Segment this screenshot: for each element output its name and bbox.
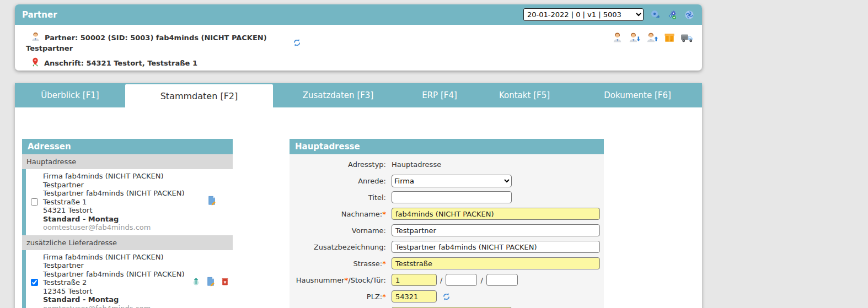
address-name1: Firma fab4minds (NICHT PACKEN)	[43, 172, 233, 181]
tab-bar: Überblick [F1] Stammdaten [F2] Zusatzdat…	[15, 83, 702, 107]
app-viewport: Partner 20-01-2022 | 0 | v1 | 5003	[0, 0, 868, 308]
address-name2: Testpartner	[43, 261, 233, 270]
sync-ball-icon[interactable]	[650, 9, 661, 20]
address-name2: Testpartner	[43, 181, 233, 190]
address-select-checkbox[interactable]	[31, 279, 38, 286]
vorname-input[interactable]	[392, 224, 600, 236]
address-schedule: Standard - Montag	[43, 295, 233, 304]
address-item-hauptadresse: Firma fab4minds (NICHT PACKEN) Testpartn…	[22, 169, 233, 235]
address-name3: Testpartner fab4minds (NICHT PACKEN)	[43, 189, 233, 198]
zusatzbezeichnung-input[interactable]	[392, 241, 600, 253]
field-label: Zusatzbezeichnung:	[290, 243, 386, 251]
partner-titlebar: Partner 20-01-2022 | 0 | v1 | 5003	[15, 4, 702, 25]
titlebar-actions: 20-01-2022 | 0 | v1 | 5003	[523, 8, 695, 21]
address-street: Teststraße 1	[43, 198, 87, 206]
form-row-zusatzbezeichnung: Zusatzbezeichnung:	[290, 241, 604, 253]
address-item-actions	[191, 277, 229, 287]
truck-icon[interactable]	[681, 32, 694, 44]
tab-ueberblick[interactable]: Überblick [F1]	[15, 83, 125, 107]
anschrift-line: Anschrift: 54321 Testort, Teststraße 1	[30, 57, 197, 69]
nachname-input[interactable]	[392, 208, 600, 220]
hausnummer-input[interactable]	[392, 274, 437, 286]
person-icon	[30, 31, 41, 44]
field-label: Adresstyp:	[290, 160, 386, 169]
map-pin-icon	[30, 57, 40, 69]
tuer-input[interactable]	[486, 274, 518, 286]
field-label: Anrede:	[290, 177, 386, 185]
partner-line2-text: Testpartner	[26, 44, 73, 52]
form-body: Adresstyp: Hauptadresse Anrede: Firma Ti…	[290, 154, 604, 308]
form-row-vorname: Vorname:	[290, 224, 604, 236]
address-schedule: Standard - Montag	[43, 215, 233, 224]
pinwheel-icon[interactable]	[684, 9, 695, 20]
form-row-titel: Titel:	[290, 191, 604, 203]
anrede-select[interactable]: Firma	[392, 175, 512, 187]
form-panel-title: Hauptadresse	[290, 139, 604, 154]
addresses-panel: Adressen Hauptadresse Firma fab4minds (N…	[22, 139, 233, 308]
person-arrow-up-icon[interactable]	[646, 31, 658, 44]
address-item-actions	[207, 196, 217, 206]
address-section-header: Hauptadresse	[22, 154, 233, 169]
package-icon[interactable]	[663, 31, 676, 44]
address-name1: Firma fab4minds (NICHT PACKEN)	[43, 253, 233, 262]
addresses-panel-title: Adressen	[22, 139, 233, 154]
form-row-strasse: Strasse:*	[290, 257, 604, 269]
edit-icon[interactable]	[207, 196, 217, 206]
address-street: Teststraße 2	[43, 278, 87, 287]
refresh-icon[interactable]	[292, 38, 302, 49]
field-label: PLZ:*	[290, 293, 386, 301]
address-section-header: zusätzliche Lieferadresse	[22, 235, 233, 250]
address-email: oomtestuser@fab4minds.com	[43, 304, 233, 308]
gears-check-icon[interactable]	[667, 9, 678, 20]
field-label: Hausnummer*/Stock/Tür:	[290, 276, 386, 284]
edit-icon[interactable]	[206, 277, 216, 287]
delete-icon[interactable]	[221, 277, 229, 286]
address-city: 54321 Testort	[43, 206, 233, 215]
page-title: Partner	[22, 10, 57, 20]
tab-stammdaten[interactable]: Stammdaten [F2]	[125, 84, 273, 107]
form-row-anrede: Anrede: Firma	[290, 175, 604, 187]
address-email: oomtestuser@fab4minds.com	[43, 223, 233, 232]
adresstyp-value: Hauptadresse	[392, 160, 441, 169]
field-label: Strasse:*	[290, 260, 386, 268]
partner-action-icons	[612, 31, 694, 44]
version-select[interactable]: 20-01-2022 | 0 | v1 | 5003	[523, 8, 644, 21]
tab-kontakt[interactable]: Kontakt [F5]	[476, 83, 573, 107]
tab-erp[interactable]: ERP [F4]	[403, 83, 476, 107]
plz-input[interactable]	[392, 290, 437, 302]
address-city: 12345 Testort	[43, 287, 233, 296]
field-label: Titel:	[290, 193, 386, 202]
address-item-lieferadresse: Firma fab4minds (NICHT PACKEN) Testpartn…	[22, 250, 233, 308]
partner-line-text: Partner: 50002 (SID: 5003) fab4minds (NI…	[45, 34, 267, 42]
main-card: Überblick [F1] Stammdaten [F2] Zusatzdat…	[15, 83, 702, 308]
slash-separator: /	[480, 276, 483, 284]
stock-input[interactable]	[446, 274, 477, 286]
form-row-nachname: Nachname:*	[290, 208, 604, 220]
form-row-plz: PLZ:*	[290, 290, 604, 302]
partner-card: Partner 20-01-2022 | 0 | v1 | 5003	[15, 4, 702, 71]
titel-input[interactable]	[392, 191, 512, 203]
plz-refresh-icon[interactable]	[442, 292, 451, 301]
address-street-row: Teststraße 1	[43, 198, 233, 207]
person-icon[interactable]	[612, 31, 623, 44]
field-label: Vorname:	[290, 226, 386, 235]
tab-dokumente[interactable]: Dokumente [F6]	[573, 83, 702, 107]
anschrift-line-text: Anschrift: 54321 Testort, Teststraße 1	[44, 59, 197, 67]
address-select-checkbox[interactable]	[31, 198, 38, 206]
partner-info-bar: Partner: 50002 (SID: 5003) fab4minds (NI…	[15, 25, 702, 71]
upload-icon[interactable]	[191, 277, 201, 286]
hauptadresse-form-panel: Hauptadresse Adresstyp: Hauptadresse Anr…	[290, 139, 604, 308]
form-row-hausnummer: Hausnummer*/Stock/Tür: / /	[290, 274, 604, 286]
partner-line: Partner: 50002 (SID: 5003) fab4minds (NI…	[30, 31, 267, 44]
slash-separator: /	[440, 276, 442, 284]
person-arrow-down-icon[interactable]	[628, 31, 641, 44]
form-row-adresstyp: Adresstyp: Hauptadresse	[290, 158, 604, 170]
tab-zusatzdaten[interactable]: Zusatzdaten [F3]	[273, 83, 403, 107]
tab-content: Adressen Hauptadresse Firma fab4minds (N…	[15, 107, 702, 308]
field-label: Nachname:*	[290, 210, 386, 218]
strasse-input[interactable]	[392, 257, 600, 269]
